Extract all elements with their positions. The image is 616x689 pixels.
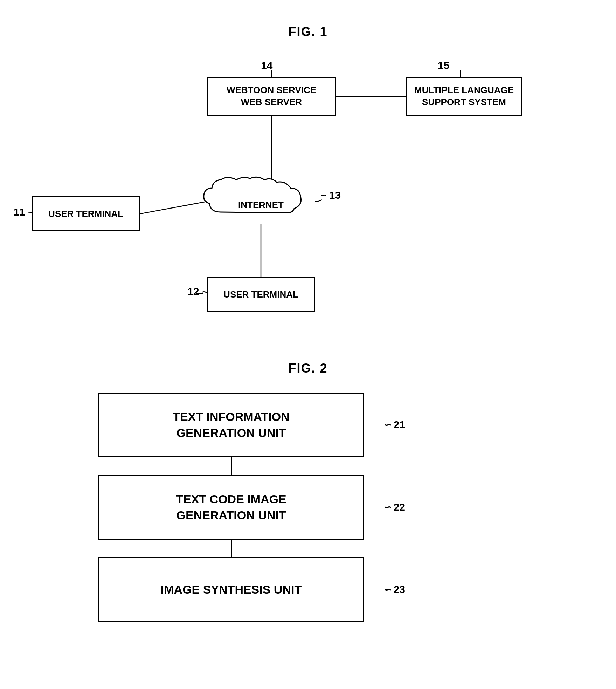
fig2-title: FIG. 2 — [0, 357, 616, 376]
fig2-box-2-label: TEXT CODE IMAGE GENERATION UNIT — [176, 491, 286, 524]
fig1-section: FIG. 1 14 WEBTOON SERVICE WE — [0, 14, 616, 357]
fig2-box-1-label: TEXT INFORMATION GENERATION UNIT — [173, 409, 290, 441]
webtoon-server-label: WEBTOON SERVICE WEB SERVER — [227, 84, 316, 108]
page: FIG. 1 14 WEBTOON SERVICE WE — [0, 0, 616, 689]
fig2-box-3-label: IMAGE SYNTHESIS UNIT — [161, 582, 302, 598]
webtoon-server-box: WEBTOON SERVICE WEB SERVER — [207, 77, 336, 116]
ref-22-tilde: ~ — [385, 500, 392, 515]
user-terminal-bottom-label: USER TERMINAL — [223, 289, 298, 300]
fig2-box-3-wrapper: IMAGE SYNTHESIS UNIT ~ 23 — [98, 557, 364, 622]
ref-22-num: 22 — [394, 500, 405, 514]
mlss-label: MULTIPLE LANGUAGE SUPPORT SYSTEM — [414, 84, 514, 108]
mlss-box: MULTIPLE LANGUAGE SUPPORT SYSTEM — [406, 77, 522, 116]
fig2-ref-22: ~ 22 — [385, 500, 405, 515]
fig2-box-1: TEXT INFORMATION GENERATION UNIT ~ 21 — [98, 393, 364, 457]
ref-14: 14 — [261, 60, 272, 71]
fig2-boxes-container: TEXT INFORMATION GENERATION UNIT ~ 21 TE… — [98, 393, 364, 622]
ref-21-tilde: ~ — [385, 417, 392, 432]
user-terminal-bottom-box: USER TERMINAL — [207, 277, 315, 312]
fig2-ref-23: ~ 23 — [385, 582, 405, 597]
fig2-box-2-wrapper: TEXT CODE IMAGE GENERATION UNIT ~ 22 — [98, 475, 364, 557]
fig2-section: FIG. 2 TEXT INFORMATION GENERATION UNIT … — [0, 357, 616, 689]
fig2-connector-1 — [231, 457, 232, 475]
ref-23-tilde: ~ — [385, 582, 392, 597]
user-terminal-left-label: USER TERMINAL — [48, 209, 123, 219]
ref-21-num: 21 — [394, 418, 405, 432]
ref-13: ~ 13 — [320, 189, 341, 201]
svg-line-3 — [140, 202, 207, 214]
fig2-title-text: FIG. 2 — [288, 361, 327, 375]
fig2-ref-21: ~ 21 — [385, 417, 405, 432]
ref-13-tilde: ~ — [320, 190, 326, 201]
user-terminal-left-box: USER TERMINAL — [32, 196, 140, 231]
fig2-box-3: IMAGE SYNTHESIS UNIT ~ 23 — [98, 557, 364, 622]
fig2-box-1-wrapper: TEXT INFORMATION GENERATION UNIT ~ 21 — [98, 393, 364, 475]
ref-23-num: 23 — [394, 582, 405, 597]
fig2-connector-2 — [231, 540, 232, 557]
fig1-title: FIG. 1 — [0, 14, 616, 39]
ref-11: 11 ~ — [13, 206, 34, 218]
internet-label: INTERNET — [207, 189, 315, 221]
ref-15: 15 — [438, 60, 449, 71]
ref-12: 12 ~ — [187, 286, 208, 298]
fig1-title-text: FIG. 1 — [288, 25, 327, 39]
fig2-box-2: TEXT CODE IMAGE GENERATION UNIT ~ 22 — [98, 475, 364, 540]
